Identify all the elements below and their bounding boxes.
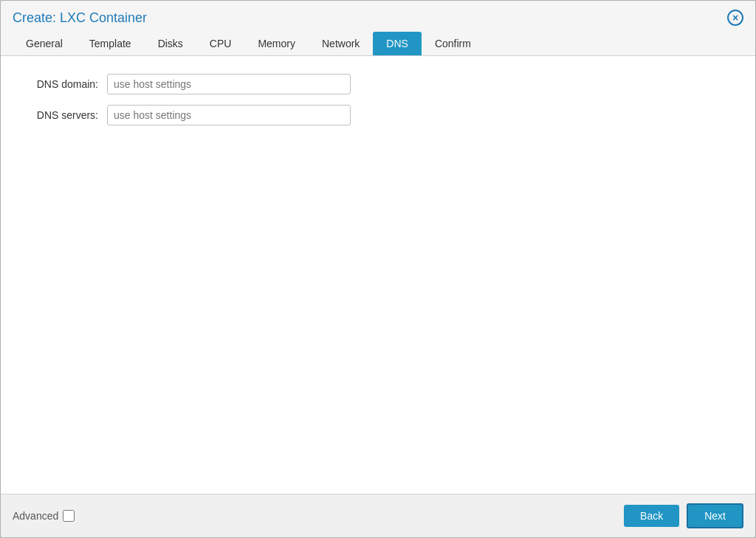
dns-domain-label: DNS domain: — [18, 78, 107, 90]
tab-cpu[interactable]: CPU — [196, 32, 245, 55]
tab-network[interactable]: Network — [309, 32, 373, 55]
tab-confirm[interactable]: Confirm — [422, 32, 484, 55]
dns-servers-label: DNS servers: — [18, 109, 107, 121]
dialog-footer: Advanced Back Next — [1, 494, 755, 537]
back-button[interactable]: Back — [624, 505, 679, 527]
advanced-label: Advanced — [13, 510, 58, 522]
dns-servers-input[interactable] — [107, 105, 351, 125]
next-button[interactable]: Next — [687, 503, 743, 528]
content-area: DNS domain: DNS servers: — [1, 56, 755, 494]
close-button[interactable]: × — [727, 10, 743, 26]
tab-memory[interactable]: Memory — [244, 32, 309, 55]
dns-domain-row: DNS domain: — [18, 74, 738, 94]
create-lxc-dialog: Create: LXC Container × General Template… — [0, 0, 756, 538]
tab-dns[interactable]: DNS — [373, 32, 422, 55]
dns-domain-input[interactable] — [107, 74, 351, 94]
tab-bar: General Template Disks CPU Memory Networ… — [1, 26, 755, 56]
dialog-title: Create: LXC Container — [13, 10, 147, 26]
advanced-section: Advanced — [13, 510, 75, 522]
tab-disks[interactable]: Disks — [145, 32, 196, 55]
dns-servers-row: DNS servers: — [18, 105, 738, 125]
advanced-checkbox[interactable] — [63, 510, 75, 522]
dialog-header: Create: LXC Container × — [1, 1, 755, 26]
tab-template[interactable]: Template — [76, 32, 145, 55]
tab-general[interactable]: General — [13, 32, 76, 55]
